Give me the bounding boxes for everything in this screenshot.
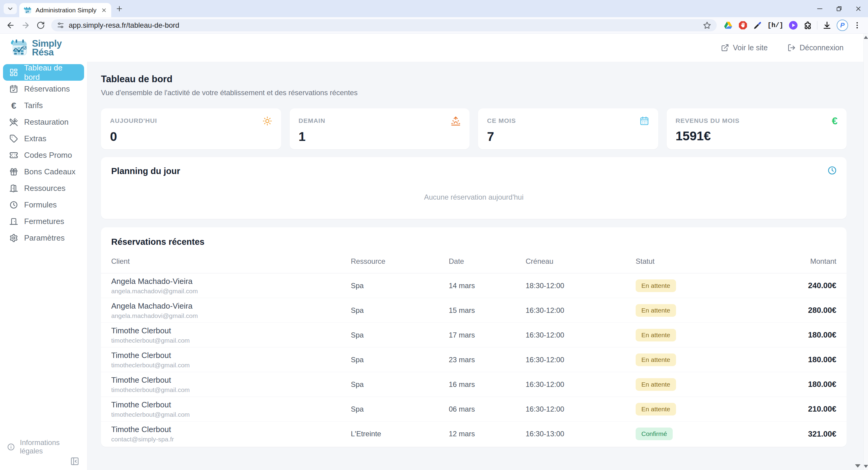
status-badge: En attente bbox=[636, 279, 676, 292]
table-row[interactable]: Timothe Clerbouttimotheclerbout@gmail.co… bbox=[101, 397, 846, 422]
stat-label: DEMAIN bbox=[299, 116, 326, 124]
resource-cell: Spa bbox=[351, 356, 449, 364]
table-row[interactable]: Angela Machado-Vieiraangela.machadovi@gm… bbox=[101, 273, 846, 298]
stat-card-top: CE MOIS bbox=[487, 116, 649, 126]
table-row[interactable]: Timothe Clerboutcontact@simply-spa.frL'E… bbox=[101, 422, 846, 446]
stat-card-aujourd-hui: AUJOURD'HUI0 bbox=[101, 108, 281, 149]
main-content: Tableau de bord Vue d'ensemble de l'acti… bbox=[87, 62, 864, 470]
table-row[interactable]: Timothe Clerbouttimotheclerbout@gmail.co… bbox=[101, 347, 846, 372]
stat-value: 0 bbox=[110, 130, 272, 144]
new-tab-button[interactable] bbox=[116, 5, 123, 13]
view-site-link[interactable]: Voir le site bbox=[721, 43, 768, 52]
close-window-button[interactable] bbox=[849, 0, 868, 17]
minimize-button[interactable] bbox=[810, 0, 830, 17]
page-subtitle: Vue d'ensemble de l'activité de votre ét… bbox=[101, 89, 846, 97]
clock-icon bbox=[827, 166, 837, 175]
play-icon[interactable] bbox=[788, 20, 798, 30]
profile-avatar[interactable]: P bbox=[837, 20, 848, 31]
sidebar-item-codes-promo[interactable]: Codes Promo bbox=[3, 147, 84, 164]
sidebar-item-formules[interactable]: Formules bbox=[3, 197, 84, 213]
resource-cell: Spa bbox=[351, 331, 449, 339]
sun-icon bbox=[262, 116, 272, 126]
logo-calendar-icon bbox=[9, 38, 28, 58]
scroll-up-arrow-icon[interactable] bbox=[864, 36, 868, 39]
reload-icon bbox=[36, 21, 45, 30]
sidebar-item-ressources[interactable]: Ressources bbox=[3, 180, 84, 197]
app-header: Simply Résa Voir le site Déconnexion bbox=[0, 34, 864, 62]
header-links: Voir le site Déconnexion bbox=[721, 43, 844, 52]
logout-link[interactable]: Déconnexion bbox=[787, 43, 844, 52]
browser-tab[interactable]: Administration Simply Resa bbox=[19, 3, 111, 17]
tab-close-icon[interactable] bbox=[101, 7, 107, 13]
sidebar-item-parametres[interactable]: Paramètres bbox=[3, 230, 84, 246]
page-scrollbar[interactable] bbox=[864, 34, 868, 470]
kebab-menu-icon[interactable] bbox=[853, 21, 861, 30]
status-badge: En attente bbox=[636, 304, 676, 317]
table-row[interactable]: Timothe Clerbouttimotheclerbout@gmail.co… bbox=[101, 323, 846, 347]
resource-cell: Spa bbox=[351, 306, 449, 315]
app-logo[interactable]: Simply Résa bbox=[9, 38, 62, 58]
eyedropper-icon[interactable] bbox=[753, 21, 763, 30]
scroll-down-arrow-icon[interactable] bbox=[864, 465, 868, 468]
column-creneau: Créneau bbox=[526, 257, 636, 266]
stat-card-top: AUJOURD'HUI bbox=[110, 116, 272, 126]
download-icon[interactable] bbox=[822, 21, 832, 30]
url-text: app.simply-resa.fr/tableau-de-bord bbox=[69, 21, 699, 30]
restore-button[interactable] bbox=[830, 0, 849, 17]
back-button[interactable] bbox=[4, 19, 17, 32]
address-bar[interactable]: app.simply-resa.fr/tableau-de-bord bbox=[51, 19, 717, 31]
bookmark-star-icon[interactable] bbox=[703, 21, 711, 30]
extensions-area: [h/] P bbox=[721, 20, 864, 31]
client-name: Timothe Clerbout bbox=[111, 375, 351, 385]
table-row[interactable]: Timothe Clerbouttimotheclerbout@gmail.co… bbox=[101, 372, 846, 397]
sidebar-item-label: Tarifs bbox=[24, 101, 43, 110]
tab-favicon bbox=[24, 6, 32, 14]
resource-cell: Spa bbox=[351, 281, 449, 290]
sidebar-item-label: Codes Promo bbox=[24, 150, 72, 160]
status-badge: Confirmé bbox=[636, 428, 673, 440]
resource-cell: Spa bbox=[351, 405, 449, 413]
tab-search-button[interactable] bbox=[4, 3, 17, 14]
status-cell: En attente bbox=[636, 354, 765, 366]
external-link-icon bbox=[721, 44, 729, 52]
client-cell: Angela Machado-Vieiraangela.machadovi@gm… bbox=[111, 277, 351, 295]
calendar-icon bbox=[640, 116, 649, 126]
legal-label: Informations légales bbox=[20, 438, 80, 455]
puzzle-icon[interactable] bbox=[803, 21, 812, 30]
client-email: timotheclerbout@gmail.com bbox=[111, 411, 351, 418]
sidebar-item-fermetures[interactable]: Fermetures bbox=[3, 213, 84, 230]
adblock-icon[interactable] bbox=[738, 20, 748, 30]
table-body: Angela Machado-Vieiraangela.machadovi@gm… bbox=[101, 273, 846, 446]
client-name: Timothe Clerbout bbox=[111, 351, 351, 360]
sidebar-item-tableau-de-bord[interactable]: Tableau de bord bbox=[3, 64, 84, 81]
gift-icon bbox=[9, 167, 18, 176]
forward-button[interactable] bbox=[19, 19, 32, 32]
hsl-extension-badge[interactable]: [h/] bbox=[767, 22, 783, 29]
site-info-icon[interactable] bbox=[57, 21, 64, 29]
reload-button[interactable] bbox=[34, 19, 47, 32]
status-cell: En attente bbox=[636, 304, 765, 317]
drive-icon[interactable] bbox=[723, 21, 733, 30]
sidebar-collapse-button[interactable] bbox=[70, 457, 79, 466]
sidebar-item-tarifs[interactable]: €Tarifs bbox=[3, 97, 84, 114]
sunrise-icon bbox=[451, 116, 461, 126]
sidebar-item-extras[interactable]: Extras bbox=[3, 130, 84, 147]
amount-cell: 180.00€ bbox=[765, 355, 836, 364]
sidebar-item-reservations[interactable]: Réservations bbox=[3, 81, 84, 97]
status-cell: En attente bbox=[636, 378, 765, 391]
resource-cell: Spa bbox=[351, 380, 449, 389]
stat-card-revenus-du-mois: REVENUS DU MOIS€1591€ bbox=[667, 108, 847, 149]
column-montant: Montant bbox=[765, 257, 836, 266]
euro-icon: € bbox=[9, 101, 18, 110]
tab-strip: Administration Simply Resa bbox=[0, 0, 868, 17]
sidebar-item-restauration[interactable]: Restauration bbox=[3, 114, 84, 130]
table-row[interactable]: Angela Machado-Vieiraangela.machadovi@gm… bbox=[101, 298, 846, 323]
sidebar-item-label: Tableau de bord bbox=[24, 63, 78, 82]
legal-info-link[interactable]: Informations légales bbox=[3, 440, 84, 454]
table-header: Client Ressource Date Créneau Statut Mon… bbox=[101, 249, 846, 273]
client-email: timotheclerbout@gmail.com bbox=[111, 362, 351, 369]
date-cell: 14 mars bbox=[449, 281, 526, 290]
close-icon bbox=[855, 5, 862, 12]
amount-cell: 180.00€ bbox=[765, 330, 836, 340]
sidebar-item-bons-cadeaux[interactable]: Bons Cadeaux bbox=[3, 164, 84, 180]
